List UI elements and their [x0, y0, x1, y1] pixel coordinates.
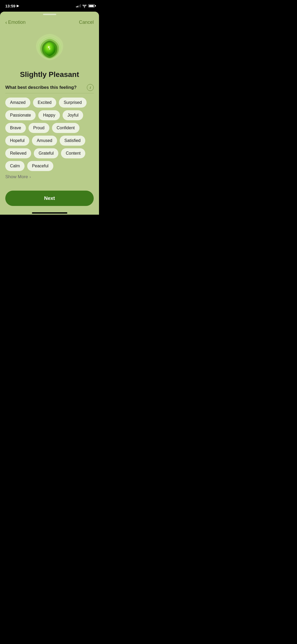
tag-peaceful[interactable]: Peaceful: [27, 161, 53, 171]
wifi-icon: [82, 4, 87, 7]
tag-excited[interactable]: Excited: [33, 98, 56, 108]
emotion-title: Slightly Pleasant: [0, 70, 99, 79]
tag-surprised[interactable]: Surprised: [59, 98, 86, 108]
back-button[interactable]: ‹ Emotion: [5, 19, 26, 25]
status-right: [76, 4, 95, 7]
question-header: What best describes this feeling? i: [5, 84, 94, 91]
tag-relieved[interactable]: Relieved: [5, 148, 31, 158]
show-more-label: Show More: [5, 174, 28, 180]
location-icon: ▶: [17, 4, 19, 8]
tag-proud[interactable]: Proud: [29, 123, 49, 133]
nav-header: ‹ Emotion Cancel: [0, 15, 99, 27]
svg-point-0: [48, 46, 50, 48]
tag-passionate[interactable]: Passionate: [5, 110, 36, 120]
tag-brave[interactable]: Brave: [5, 123, 26, 133]
section-divider: [5, 93, 94, 93]
emotion-icon-container: [0, 32, 99, 66]
tag-hopeful[interactable]: Hopeful: [5, 136, 29, 146]
status-left: 13:59 ▶: [5, 4, 19, 8]
chevron-right-icon: ›: [30, 175, 31, 179]
svg-point-1: [49, 48, 50, 49]
tag-content[interactable]: Content: [61, 148, 85, 158]
next-button-container: Next: [0, 187, 99, 211]
tag-joyful[interactable]: Joyful: [63, 110, 83, 120]
info-icon[interactable]: i: [87, 84, 94, 91]
tag-calm[interactable]: Calm: [5, 161, 25, 171]
back-label: Emotion: [8, 20, 26, 25]
question-text: What best describes this feeling?: [5, 85, 77, 90]
main-content: ‹ Emotion Cancel: [0, 12, 99, 215]
signal-icon: [76, 4, 81, 7]
emotion-tags-container: Amazed Excited Surprised Passionate Happ…: [5, 98, 94, 171]
status-bar: 13:59 ▶: [0, 0, 99, 12]
tag-happy[interactable]: Happy: [38, 110, 60, 120]
battery-icon: [88, 4, 95, 7]
next-button[interactable]: Next: [5, 191, 94, 206]
back-chevron-icon: ‹: [5, 19, 7, 25]
time-display: 13:59: [5, 4, 15, 8]
tag-amazed[interactable]: Amazed: [5, 98, 30, 108]
emotion-flower-icon: [32, 32, 67, 66]
tag-confident[interactable]: Confident: [52, 123, 80, 133]
home-indicator: [32, 212, 67, 214]
tag-amused[interactable]: Amused: [32, 136, 57, 146]
cancel-button[interactable]: Cancel: [79, 20, 94, 25]
tag-satisfied[interactable]: Satisfied: [60, 136, 85, 146]
question-section: What best describes this feeling? i Amaz…: [0, 84, 99, 187]
tag-grateful[interactable]: Grateful: [34, 148, 58, 158]
show-more-button[interactable]: Show More ›: [5, 174, 94, 180]
